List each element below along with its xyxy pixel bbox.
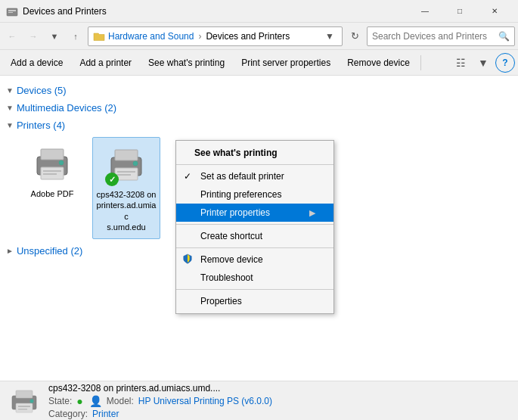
path-part-1: Hardware and Sound: [108, 31, 194, 42]
addressbar: ← → ▼ ↑ Hardware and Sound › Devices and…: [0, 23, 518, 50]
path-dropdown[interactable]: ▼: [322, 31, 337, 42]
cursor-indicator: ▶: [309, 208, 315, 218]
see-whats-printing-button[interactable]: See what's printing: [141, 52, 232, 73]
svg-rect-10: [115, 150, 138, 160]
window-title: Devices and Printers: [23, 6, 408, 17]
multimedia-chevron: ▼: [6, 104, 14, 112]
titlebar: Devices and Printers — □ ✕: [0, 0, 518, 23]
statusbar-printer-icon: [9, 386, 39, 416]
status-info: cps432-3208 on printers.ad.umiacs.umd...…: [48, 383, 272, 419]
up-button[interactable]: ↑: [67, 27, 85, 45]
printer-icon-wrap: [31, 143, 73, 185]
context-create-shortcut[interactable]: Create shortcut: [176, 227, 333, 245]
printer-label-adobe-pdf: Adobe PDF: [31, 188, 74, 199]
path-part-2: Devices and Printers: [206, 31, 290, 42]
printer-item-adobe-pdf[interactable]: Adobe PDF: [18, 137, 86, 239]
help-button[interactable]: ?: [495, 53, 515, 73]
toolbar-separator: [420, 55, 421, 70]
default-printer-badge: ✓: [105, 173, 119, 186]
print-server-properties-button[interactable]: Print server properties: [234, 52, 338, 73]
printers-section-header[interactable]: ▼ Printers (4): [0, 117, 518, 134]
svg-rect-13: [117, 174, 131, 176]
printer-icon-wrap-cps432: ✓: [105, 144, 147, 186]
context-menu-header: See what's printing: [176, 144, 333, 162]
status-device-name: cps432-3208 on printers.ad.umiacs.umd...…: [48, 383, 272, 394]
devices-section-header[interactable]: ▼ Devices (5): [0, 82, 518, 99]
devices-chevron: ▼: [6, 86, 14, 95]
category-value: Printer: [92, 409, 119, 419]
model-label: Model:: [107, 396, 134, 406]
context-troubleshoot[interactable]: Troubleshoot: [176, 269, 333, 287]
devices-section-label: Devices (5): [17, 85, 67, 96]
svg-point-14: [133, 161, 138, 166]
forward-button[interactable]: →: [24, 27, 42, 45]
printer-label-cps432: cps432-3208 onprinters.ad.umiacs.umd.edu: [96, 189, 157, 232]
state-green-icon: ●: [76, 395, 82, 407]
add-device-button[interactable]: Add a device: [3, 52, 70, 73]
context-separator-1: [176, 164, 333, 165]
svg-rect-6: [43, 170, 61, 172]
recent-button[interactable]: ▼: [45, 27, 64, 45]
multimedia-section-label: Multimedia Devices (2): [17, 102, 116, 114]
printers-section-label: Printers (4): [17, 120, 65, 131]
context-remove-device[interactable]: Remove device: [176, 250, 333, 269]
toolbar-right: ☷ ▼ ?: [450, 52, 515, 73]
svg-rect-28: [18, 406, 30, 407]
maximize-button[interactable]: □: [442, 0, 477, 23]
svg-rect-7: [43, 173, 57, 175]
context-properties[interactable]: Properties: [176, 292, 333, 310]
svg-point-30: [30, 399, 34, 403]
svg-point-8: [59, 160, 64, 165]
svg-rect-27: [16, 403, 33, 412]
status-category-line: Category: Printer: [48, 409, 272, 419]
minimize-button[interactable]: —: [408, 0, 442, 23]
unspecified-section-label: Unspecified (2): [17, 245, 82, 257]
back-button[interactable]: ←: [3, 27, 21, 45]
context-printer-properties[interactable]: Printer properties ▶: [176, 204, 333, 222]
context-separator-2: [176, 224, 333, 225]
printer-item-cps432[interactable]: ✓ cps432-3208 onprinters.ad.umiacs.umd.e…: [92, 137, 160, 239]
svg-rect-12: [117, 171, 135, 173]
svg-rect-4: [41, 149, 64, 160]
address-path[interactable]: Hardware and Sound › Devices and Printer…: [88, 26, 343, 46]
state-users-icon: 👤: [89, 395, 102, 407]
titlebar-controls: — □ ✕: [408, 0, 512, 23]
search-input[interactable]: [372, 31, 498, 42]
context-menu: See what's printing ✓ Set as default pri…: [175, 140, 334, 314]
check-icon: ✓: [184, 171, 191, 182]
printers-chevron: ▼: [6, 121, 14, 129]
svg-rect-1: [8, 10, 16, 11]
multimedia-section-header[interactable]: ▼ Multimedia Devices (2): [0, 99, 518, 117]
context-printing-prefs[interactable]: Printing preferences: [176, 185, 333, 204]
unspecified-chevron: ►: [6, 247, 14, 255]
folder-icon: [93, 30, 105, 42]
close-button[interactable]: ✕: [477, 0, 512, 23]
svg-rect-26: [16, 390, 33, 398]
context-set-default[interactable]: ✓ Set as default printer: [176, 167, 333, 185]
status-state-line: State: ● 👤 Model: HP Universal Printing …: [48, 395, 272, 407]
remove-device-button[interactable]: Remove device: [340, 52, 417, 73]
category-label: Category:: [48, 409, 88, 419]
model-value: HP Universal Printing PS (v6.0.0): [138, 396, 272, 406]
state-label: State:: [48, 396, 72, 406]
svg-rect-2: [8, 12, 13, 13]
search-icon: 🔍: [498, 31, 510, 42]
context-separator-4: [176, 289, 333, 290]
view-button[interactable]: ☷: [450, 52, 471, 73]
toolbar: Add a device Add a printer See what's pr…: [0, 50, 518, 76]
svg-rect-29: [18, 409, 27, 410]
add-printer-button[interactable]: Add a printer: [72, 52, 139, 73]
shield-icon: [182, 254, 194, 266]
window-icon: [6, 5, 18, 17]
search-box[interactable]: 🔍: [367, 26, 515, 46]
path-separator: ›: [198, 31, 201, 42]
context-separator-3: [176, 247, 333, 248]
refresh-button[interactable]: ↻: [346, 27, 364, 45]
statusbar: cps432-3208 on printers.ad.umiacs.umd...…: [0, 381, 518, 420]
printer-icon: [31, 143, 73, 185]
view-dropdown-button[interactable]: ▼: [473, 52, 494, 73]
